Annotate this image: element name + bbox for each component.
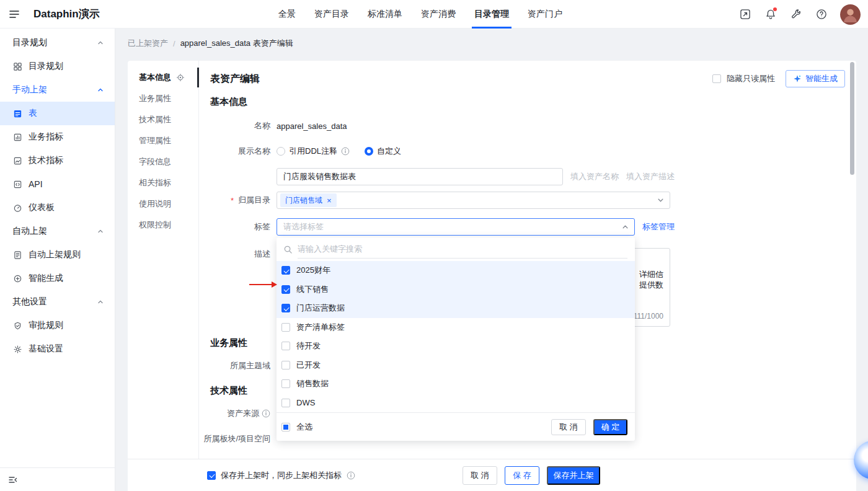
nav-asset-portal[interactable]: 资产门户 (528, 0, 562, 29)
checkbox-unchecked[interactable] (281, 323, 290, 332)
anchor-field-info[interactable]: 字段信息 (128, 151, 198, 172)
asset-source-label: 资产来源 (201, 408, 270, 419)
sidebar-item-business-metric[interactable]: 业务指标 (0, 125, 115, 149)
dropdown-footer: 全选 取 消 确 定 (277, 412, 635, 441)
checkbox-unchecked[interactable] (281, 379, 290, 388)
nav-asset-consume[interactable]: 资产消费 (421, 0, 456, 29)
dropdown-search-row (277, 237, 635, 261)
display-name-input[interactable] (277, 168, 563, 185)
theme-domain-label: 所属主题域 (201, 360, 270, 371)
sidebar-item-label: 表 (29, 108, 37, 119)
tag-option-asset-list-tag[interactable]: 资产清单标签 (277, 318, 635, 337)
ai-generate-button[interactable]: 智能生成 (786, 70, 845, 87)
collapse-sidebar-icon[interactable] (8, 475, 18, 485)
sidebar-item-dashboard[interactable]: 仪表板 (0, 196, 115, 219)
page-scrollbar[interactable] (850, 62, 854, 175)
user-avatar[interactable] (840, 4, 861, 25)
app-logo: Dataphin演示 (33, 7, 100, 21)
tag-option-sales-data[interactable]: 销售数据 (277, 374, 635, 394)
tags-select[interactable]: 请选择标签 (277, 218, 635, 236)
sync-metrics-toggle[interactable]: 保存并上架时，同步上架相关指标 (207, 470, 355, 481)
nav-asset-catalog[interactable]: 资产目录 (314, 0, 349, 29)
notification-bell-icon[interactable] (764, 7, 777, 21)
anchor-basic-info[interactable]: 基本信息 (128, 67, 198, 88)
workbench-icon[interactable] (738, 7, 752, 21)
tag-option-fy2025[interactable]: 2025财年 (277, 261, 635, 280)
sidebar-item-approval-rule[interactable]: 审批规则 (0, 314, 115, 337)
nav-catalog-manage[interactable]: 目录管理 (474, 0, 509, 29)
menu-toggle-icon[interactable] (9, 9, 20, 20)
nav-standard-list[interactable]: 标准清单 (368, 0, 402, 29)
sidebar-group-other-settings[interactable]: 其他设置 (0, 290, 115, 314)
sidebar-group-label: 其他设置 (12, 296, 47, 307)
info-icon[interactable] (341, 147, 350, 156)
tag-option-developed[interactable]: 已开发 (277, 356, 635, 375)
sidebar-group-auto-publish[interactable]: 自动上架 (0, 219, 115, 243)
tag-select-dropdown: 2025财年 线下销售 门店运营数据 资产清单标签 待开发 已开发 销售数据 D… (277, 237, 635, 441)
info-icon[interactable] (347, 471, 355, 480)
tag-option-label: 销售数据 (296, 378, 329, 389)
field-display-value: 填入资产名称 填入资产描述 (199, 168, 856, 185)
display-name-label: 展示名称 (201, 146, 270, 157)
checkbox-unchecked[interactable] (281, 361, 290, 369)
catalog-select[interactable]: 门店销售域 × (277, 192, 670, 209)
sidebar-item-label: 目录规划 (29, 61, 63, 72)
anchor-label: 相关指标 (139, 177, 171, 188)
select-all-label: 全选 (296, 422, 312, 433)
chevron-up-icon (622, 224, 629, 231)
anchor-tech-attrs[interactable]: 技术属性 (128, 109, 198, 130)
sidebar-item-tech-metric[interactable]: 技术指标 (0, 149, 115, 172)
sidebar-group-manual-publish[interactable]: 手动上架 (0, 78, 115, 102)
info-icon[interactable] (262, 409, 270, 418)
checkbox-unchecked[interactable] (281, 342, 290, 350)
tag-option-to-develop[interactable]: 待开发 (277, 337, 635, 356)
save-button[interactable]: 保 存 (505, 466, 539, 485)
sync-metrics-checkbox[interactable] (207, 471, 216, 480)
radio-ddl-comment[interactable]: 引用DDL注释 (277, 146, 350, 157)
anchor-usage-notes[interactable]: 使用说明 (128, 193, 198, 215)
sidebar-item-table[interactable]: 表 (0, 102, 115, 125)
checkbox-checked[interactable] (281, 285, 290, 294)
sidebar-group-catalog-planning[interactable]: 目录规划 (0, 31, 115, 55)
anchor-related-metrics[interactable]: 相关指标 (128, 172, 198, 193)
anchor-label: 管理属性 (139, 135, 171, 146)
save-and-publish-button[interactable]: 保存并上架 (547, 466, 600, 485)
checkbox-checked[interactable] (281, 266, 290, 275)
dropdown-cancel-button[interactable]: 取 消 (551, 419, 586, 435)
sidebar-item-catalog-planning[interactable]: 目录规划 (0, 55, 115, 78)
anchor-nav: 基本信息 业务属性 技术属性 管理属性 字段信息 相关指标 使用说明 权限控制 (128, 61, 199, 459)
tag-option-dws[interactable]: DWS (277, 394, 635, 413)
tag-manage-link[interactable]: 标签管理 (642, 221, 675, 232)
dropdown-confirm-button[interactable]: 确 定 (593, 419, 627, 435)
cancel-button[interactable]: 取 消 (463, 466, 497, 485)
radio-icon-selected[interactable] (365, 147, 373, 156)
name-value: apparel_sales_data (277, 122, 347, 131)
anchor-permission[interactable]: 权限控制 (128, 215, 198, 236)
checkbox-checked[interactable] (281, 304, 290, 312)
checkbox-unchecked[interactable] (281, 399, 290, 407)
nav-overview[interactable]: 全景 (278, 0, 296, 29)
sidebar-item-api[interactable]: API (0, 172, 115, 196)
radio-ddl-label: 引用DDL注释 (289, 146, 337, 157)
tools-icon[interactable] (789, 7, 803, 21)
anchor-label: 基本信息 (139, 72, 171, 83)
sidebar-item-auto-publish-rule[interactable]: 自动上架规则 (0, 243, 115, 267)
tag-option-store-ops-data[interactable]: 门店运营数据 (277, 299, 635, 318)
tag-option-offline-sales[interactable]: 线下销售 (277, 280, 635, 299)
help-icon[interactable] (815, 7, 828, 21)
section-business-attrs: 业务属性 (210, 337, 247, 349)
select-all-checkbox[interactable] (281, 423, 290, 431)
radio-icon[interactable] (277, 147, 285, 156)
tag-close-icon[interactable]: × (327, 197, 332, 205)
radio-custom[interactable]: 自定义 (365, 146, 401, 157)
hide-readonly-checkbox[interactable] (712, 74, 721, 83)
tag-search-input[interactable] (298, 244, 627, 254)
anchor-manage-attrs[interactable]: 管理属性 (128, 130, 198, 151)
hide-readonly-toggle[interactable]: 隐藏只读属性 (712, 73, 775, 84)
sidebar-item-ai-generate[interactable]: 智能生成 (0, 267, 115, 290)
breadcrumb-parent[interactable]: 已上架资产 (128, 38, 168, 49)
sidebar-item-basic-settings[interactable]: 基础设置 (0, 337, 115, 361)
anchor-business-attrs[interactable]: 业务属性 (128, 88, 198, 109)
search-icon (283, 245, 293, 254)
description-line: 详细信 (639, 269, 663, 280)
